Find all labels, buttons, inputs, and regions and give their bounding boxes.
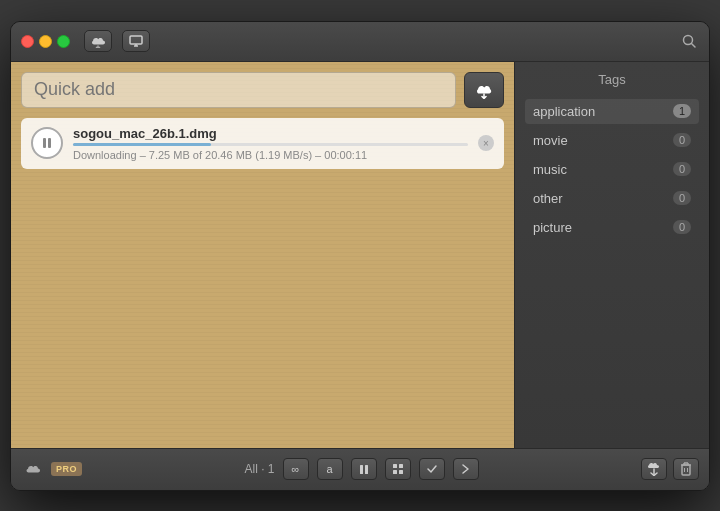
tag-label-application: application	[533, 104, 595, 119]
tag-item-music[interactable]: music 0	[525, 157, 699, 182]
svg-rect-14	[682, 465, 690, 475]
title-bar	[11, 22, 709, 62]
quick-add-button[interactable]	[464, 72, 504, 108]
arrow-icon	[460, 463, 472, 475]
grid-button[interactable]	[385, 458, 411, 480]
download-progress-bar	[73, 143, 468, 146]
tag-count-picture: 0	[673, 220, 691, 234]
bottom-stat: All · 1	[245, 462, 275, 476]
close-icon: ×	[483, 138, 489, 149]
check-icon	[426, 463, 438, 475]
tag-item-application[interactable]: application 1	[525, 99, 699, 124]
close-button[interactable]	[21, 35, 34, 48]
bottom-bar: PRO All · 1 ∞ a	[11, 448, 709, 490]
svg-rect-7	[393, 464, 397, 468]
cloud-icon	[90, 34, 106, 48]
search-icon	[681, 33, 697, 49]
tag-label-movie: movie	[533, 133, 568, 148]
main-content: sogou_mac_26b.1.dmg Downloading – 7.25 M…	[11, 62, 709, 448]
svg-rect-9	[393, 470, 397, 474]
tag-count-movie: 0	[673, 133, 691, 147]
cloud-bottom-icon	[24, 462, 42, 476]
minimize-button[interactable]	[39, 35, 52, 48]
tag-count-music: 0	[673, 162, 691, 176]
monitor-icon-button[interactable]	[122, 30, 150, 52]
app-window: sogou_mac_26b.1.dmg Downloading – 7.25 M…	[10, 21, 710, 491]
download-info: sogou_mac_26b.1.dmg Downloading – 7.25 M…	[73, 126, 468, 161]
download-filename: sogou_mac_26b.1.dmg	[73, 126, 468, 141]
arrow-button[interactable]	[453, 458, 479, 480]
tag-item-other[interactable]: other 0	[525, 186, 699, 211]
trash-button[interactable]	[673, 458, 699, 480]
download-item: sogou_mac_26b.1.dmg Downloading – 7.25 M…	[21, 118, 504, 169]
svg-rect-10	[399, 470, 403, 474]
svg-rect-6	[365, 465, 368, 474]
grid-icon	[392, 463, 404, 475]
quick-add-bar	[21, 72, 504, 108]
svg-rect-3	[43, 138, 46, 148]
bottom-right	[641, 458, 699, 480]
pause-all-icon	[359, 464, 369, 475]
right-panel: Tags application 1 movie 0 music 0 other…	[514, 62, 709, 448]
bottom-left: PRO	[21, 457, 82, 481]
tag-item-movie[interactable]: movie 0	[525, 128, 699, 153]
tag-label-picture: picture	[533, 220, 572, 235]
svg-line-2	[692, 44, 696, 48]
cloud-icon-button[interactable]	[84, 30, 112, 52]
tag-label-music: music	[533, 162, 567, 177]
infinity-icon: ∞	[292, 463, 300, 475]
pause-button[interactable]	[31, 127, 63, 159]
tag-item-picture[interactable]: picture 0	[525, 215, 699, 240]
svg-rect-5	[360, 465, 363, 474]
add-icon	[647, 462, 661, 476]
left-panel: sogou_mac_26b.1.dmg Downloading – 7.25 M…	[11, 62, 514, 448]
a-button[interactable]: a	[317, 458, 343, 480]
bottom-center: All · 1 ∞ a	[82, 458, 641, 480]
tags-title: Tags	[525, 72, 699, 87]
download-progress-fill	[73, 143, 211, 146]
download-status: Downloading – 7.25 MB of 20.46 MB (1.19 …	[73, 149, 468, 161]
tag-count-other: 0	[673, 191, 691, 205]
svg-rect-0	[130, 36, 142, 44]
pause-icon	[42, 137, 52, 149]
a-icon: a	[326, 463, 332, 475]
traffic-lights	[21, 35, 70, 48]
infinity-button[interactable]: ∞	[283, 458, 309, 480]
tag-label-other: other	[533, 191, 563, 206]
add-download-button[interactable]	[641, 458, 667, 480]
download-close-button[interactable]: ×	[478, 135, 494, 151]
check-button[interactable]	[419, 458, 445, 480]
monitor-icon	[128, 34, 144, 48]
maximize-button[interactable]	[57, 35, 70, 48]
trash-icon	[680, 462, 692, 476]
pause-all-button[interactable]	[351, 458, 377, 480]
pro-badge: PRO	[51, 462, 82, 476]
quick-add-input[interactable]	[21, 72, 456, 108]
svg-rect-8	[399, 464, 403, 468]
cloud-download-icon	[474, 81, 494, 99]
svg-rect-4	[48, 138, 51, 148]
tag-count-application: 1	[673, 104, 691, 118]
search-button[interactable]	[679, 31, 699, 51]
cloud-bottom-button[interactable]	[21, 457, 45, 481]
